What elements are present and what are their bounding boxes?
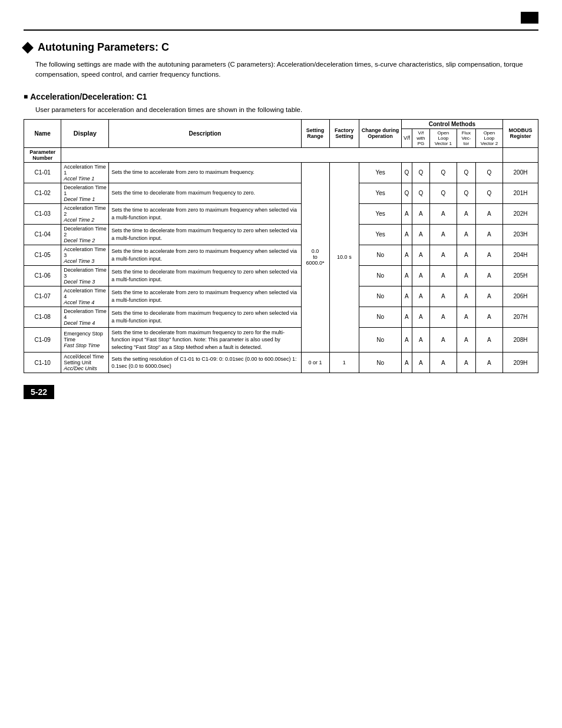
flux-C1-01: Q <box>457 162 475 183</box>
vfpg-C1-04: A <box>412 224 429 245</box>
th-name: Name <box>24 119 61 147</box>
vf-C1-07: A <box>401 286 412 307</box>
display-name-C1-10: Accel/decel Time Setting UnitAcc/Dec Uni… <box>61 353 109 373</box>
top-divider <box>24 29 538 31</box>
subsection-description: User parameters for acceleration and dec… <box>35 106 538 113</box>
modbus-C1-04: 203H <box>503 224 538 245</box>
th-flux: Flux Vec-tor <box>457 129 475 147</box>
param-number-C1-01: C1-01 <box>24 162 61 183</box>
vfpg-C1-08: A <box>412 307 429 327</box>
olv2-C1-07: A <box>475 286 503 307</box>
vf-C1-04: A <box>401 224 412 245</box>
subsection-title: Acceleration/Deceleration: C1 <box>24 92 538 101</box>
change-C1-04: Yes <box>359 224 402 245</box>
modbus-C1-10: 209H <box>503 353 538 373</box>
modbus-C1-02: 201H <box>503 183 538 203</box>
olv2-C1-06: A <box>475 265 503 286</box>
olv1-C1-05: A <box>429 245 457 265</box>
vf-C1-01: Q <box>401 162 412 183</box>
param-number-C1-03: C1-03 <box>24 203 61 224</box>
th-open-loop-1: Open Loop Vector 1 <box>429 129 457 147</box>
description-C1-08: Sets the time to decelerate from maximum… <box>109 307 301 327</box>
display-name-C1-06: Deceleration Time 3Decel Time 3 <box>61 265 109 286</box>
setting-range-group-0: 0.0 to 6000.0* <box>301 162 329 353</box>
param-number-C1-02: C1-02 <box>24 183 61 203</box>
modbus-C1-01: 200H <box>503 162 538 183</box>
param-number-C1-08: C1-08 <box>24 307 61 327</box>
display-name-C1-08: Deceleration Time 4Decel Time 4 <box>61 307 109 327</box>
th-change-during-op: Change during Operation <box>359 119 402 147</box>
param-number-C1-04: C1-04 <box>24 224 61 245</box>
vfpg-C1-09: A <box>412 327 429 353</box>
display-name-C1-05: Acceleration Time 3Accel Time 3 <box>61 245 109 265</box>
th-open-loop-2: Open Loop Vector 2 <box>475 129 503 147</box>
olv2-C1-03: A <box>475 203 503 224</box>
change-C1-07: No <box>359 286 402 307</box>
olv2-C1-09: A <box>475 327 503 353</box>
vf-C1-03: A <box>401 203 412 224</box>
vf-C1-02: Q <box>401 183 412 203</box>
parameters-table: Name Display Description Setting Range F… <box>24 119 538 374</box>
section-description: The following settings are made with the… <box>35 60 538 80</box>
description-C1-10: Sets the setting resolution of C1-01 to … <box>109 353 301 373</box>
olv1-C1-10: A <box>429 353 457 373</box>
modbus-C1-07: 206H <box>503 286 538 307</box>
change-C1-08: No <box>359 307 402 327</box>
factory-setting-group-9: 1 <box>329 353 359 373</box>
vf-C1-08: A <box>401 307 412 327</box>
olv1-C1-03: A <box>429 203 457 224</box>
display-name-C1-09: Emergency Stop TimeFast Stop Time <box>61 327 109 353</box>
description-C1-02: Sets the time to decelerate from maximum… <box>109 183 301 203</box>
olv1-C1-02: Q <box>429 183 457 203</box>
vfpg-C1-06: A <box>412 265 429 286</box>
flux-C1-08: A <box>457 307 475 327</box>
th-vf-pg: V/f with PG <box>412 129 429 147</box>
olv2-C1-08: A <box>475 307 503 327</box>
factory-setting-group-0: 10.0 s <box>329 162 359 353</box>
modbus-C1-03: 202H <box>503 203 538 224</box>
param-number-C1-06: C1-06 <box>24 265 61 286</box>
th-factory-setting: Factory Setting <box>329 119 359 147</box>
th-control-methods: Control Methods <box>401 119 503 129</box>
section-title: Autotuning Parameters: C <box>24 41 538 54</box>
flux-C1-06: A <box>457 265 475 286</box>
setting-range-group-9: 0 or 1 <box>301 353 329 373</box>
modbus-C1-08: 207H <box>503 307 538 327</box>
th-param-number: Parameter Number <box>24 147 61 162</box>
display-name-C1-02: Deceleration Time 1Decel Time 1 <box>61 183 109 203</box>
display-name-C1-01: Acceleration Time 1Accel Time 1 <box>61 162 109 183</box>
param-number-C1-10: C1-10 <box>24 353 61 373</box>
olv1-C1-09: A <box>429 327 457 353</box>
modbus-C1-06: 205H <box>503 265 538 286</box>
th-vf: V/f <box>401 129 412 147</box>
flux-C1-02: Q <box>457 183 475 203</box>
modbus-C1-05: 204H <box>503 245 538 265</box>
change-C1-03: Yes <box>359 203 402 224</box>
th-modbus: MODBUS Register <box>503 119 538 147</box>
footer: 5-22 <box>24 385 538 399</box>
description-C1-05: Sets the time to accelerate from zero to… <box>109 245 301 265</box>
top-bar <box>24 12 538 24</box>
flux-C1-05: A <box>457 245 475 265</box>
vf-C1-09: A <box>401 327 412 353</box>
olv2-C1-10: A <box>475 353 503 373</box>
flux-C1-07: A <box>457 286 475 307</box>
page-number: 5-22 <box>24 385 54 399</box>
vfpg-C1-01: Q <box>412 162 429 183</box>
display-name-C1-07: Acceleration Time 4Accel Time 4 <box>61 286 109 307</box>
flux-C1-03: A <box>457 203 475 224</box>
olv2-C1-02: Q <box>475 183 503 203</box>
vfpg-C1-10: A <box>412 353 429 373</box>
vfpg-C1-03: A <box>412 203 429 224</box>
top-bar-decoration <box>521 12 538 24</box>
vf-C1-05: A <box>401 245 412 265</box>
olv1-C1-04: A <box>429 224 457 245</box>
flux-C1-10: A <box>457 353 475 373</box>
description-C1-01: Sets the time to accelerate from zero to… <box>109 162 301 183</box>
olv2-C1-01: Q <box>475 162 503 183</box>
param-number-C1-05: C1-05 <box>24 245 61 265</box>
diamond-icon <box>22 42 34 54</box>
description-C1-09: Sets the time to decelerate from maximum… <box>109 327 301 353</box>
change-C1-06: No <box>359 265 402 286</box>
change-C1-05: No <box>359 245 402 265</box>
